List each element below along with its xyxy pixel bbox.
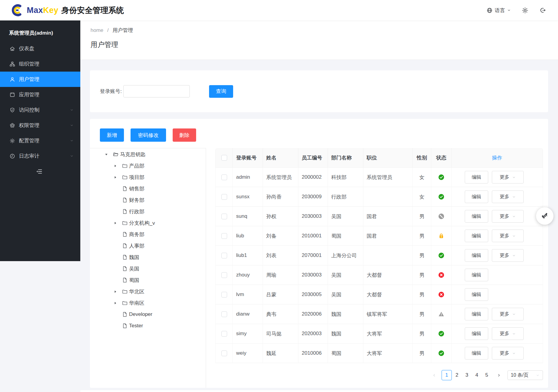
page-number-1[interactable]: 1 bbox=[442, 370, 452, 380]
breadcrumb-home[interactable]: home bbox=[91, 27, 103, 33]
file-icon bbox=[122, 243, 128, 249]
tree-node[interactable]: 蜀国 bbox=[90, 274, 206, 286]
tree-node[interactable]: 华南区 bbox=[90, 297, 206, 309]
row-checkbox[interactable] bbox=[221, 253, 227, 258]
breadcrumb-separator: / bbox=[107, 27, 109, 33]
cell-gender: 女 bbox=[413, 187, 431, 207]
page-number-5[interactable]: 5 bbox=[482, 370, 492, 380]
row-checkbox[interactable] bbox=[221, 350, 227, 356]
more-button[interactable]: 更多 bbox=[492, 171, 524, 184]
user-management-panel: 新增 密码修改 删除 马克思钥匙产品部项目部销售部财务部行政部分支机构_v商务部… bbox=[90, 119, 548, 388]
sidebar-item-label: 应用管理 bbox=[19, 91, 74, 98]
edit-button[interactable]: 编辑 bbox=[465, 327, 488, 340]
table-row: lvm吕蒙2030005吴国大都督男编辑 bbox=[215, 285, 543, 304]
add-user-button[interactable]: 新增 bbox=[100, 128, 124, 142]
tree-node[interactable]: 项目部 bbox=[90, 171, 206, 183]
sidebar-item-config[interactable]: 配置管理 bbox=[0, 133, 80, 148]
sidebar-item-app[interactable]: 应用管理 bbox=[0, 87, 80, 102]
caret-right-icon[interactable] bbox=[114, 164, 122, 168]
cell-position: 国君 bbox=[363, 226, 413, 246]
tree-node[interactable]: 马克思钥匙 bbox=[90, 149, 206, 160]
edit-button[interactable]: 编辑 bbox=[465, 347, 488, 360]
edit-button[interactable]: 编辑 bbox=[465, 190, 488, 203]
sidebar-item-shield[interactable]: 访问控制 bbox=[0, 102, 80, 118]
query-button[interactable]: 查询 bbox=[209, 85, 233, 98]
more-button[interactable]: 更多 bbox=[492, 308, 524, 320]
cell-department: 上海分公司 bbox=[328, 246, 363, 265]
tree-node[interactable]: 华北区 bbox=[90, 286, 206, 297]
edit-button[interactable]: 编辑 bbox=[465, 230, 488, 242]
caret-right-icon[interactable] bbox=[114, 290, 122, 293]
tree-node[interactable]: Tester bbox=[90, 320, 206, 332]
caret-right-icon[interactable] bbox=[114, 176, 122, 179]
page-number-4[interactable]: 4 bbox=[472, 370, 482, 380]
edit-button[interactable]: 编辑 bbox=[465, 308, 488, 320]
sidebar-item-audit[interactable]: 日志审计 bbox=[0, 148, 80, 164]
row-checkbox[interactable] bbox=[221, 233, 227, 239]
row-checkbox[interactable] bbox=[221, 311, 227, 317]
chevron-down-icon bbox=[536, 373, 540, 377]
brand-max: Max bbox=[27, 6, 43, 15]
row-checkbox[interactable] bbox=[221, 331, 227, 337]
row-checkbox[interactable] bbox=[221, 214, 227, 219]
sidebar-item-org[interactable]: 组织管理 bbox=[0, 56, 80, 72]
sidebar-item-dashboard[interactable]: 仪表盘 bbox=[0, 41, 80, 56]
tree-node[interactable]: 销售部 bbox=[90, 183, 206, 194]
more-button[interactable]: 更多 bbox=[492, 210, 524, 223]
more-button[interactable]: 更多 bbox=[492, 230, 524, 242]
page-number-3[interactable]: 3 bbox=[462, 370, 472, 380]
login-account-input[interactable] bbox=[123, 85, 190, 97]
prev-page-button[interactable] bbox=[429, 370, 439, 380]
cell-status bbox=[431, 226, 452, 246]
edit-button[interactable]: 编辑 bbox=[465, 249, 488, 262]
row-checkbox[interactable] bbox=[221, 292, 227, 298]
language-switcher[interactable]: 语言 bbox=[486, 7, 511, 14]
tree-node-label: 项目部 bbox=[129, 174, 144, 181]
more-button[interactable]: 更多 bbox=[492, 327, 524, 340]
more-button[interactable]: 更多 bbox=[492, 249, 524, 262]
tree-node[interactable]: Developer bbox=[90, 309, 206, 320]
row-checkbox[interactable] bbox=[221, 194, 227, 200]
edit-button[interactable]: 编辑 bbox=[465, 171, 488, 184]
sidebar-item-permission[interactable]: 权限管理 bbox=[0, 118, 80, 133]
more-button-label: 更多 bbox=[500, 331, 509, 337]
settings-gear-icon[interactable] bbox=[522, 7, 529, 14]
caret-down-icon[interactable] bbox=[105, 153, 113, 156]
logout-icon[interactable] bbox=[539, 7, 546, 14]
tree-node[interactable]: 吴国 bbox=[90, 263, 206, 274]
more-button[interactable]: 更多 bbox=[492, 347, 524, 360]
change-password-button[interactable]: 密码修改 bbox=[131, 128, 166, 142]
tree-node[interactable]: 产品部 bbox=[90, 160, 206, 171]
tree-node[interactable]: 财务部 bbox=[90, 194, 206, 206]
floating-wand-button[interactable] bbox=[536, 207, 553, 225]
folder-open-icon bbox=[113, 151, 119, 157]
tree-node[interactable]: 人事部 bbox=[90, 240, 206, 252]
caret-right-icon[interactable] bbox=[114, 301, 122, 305]
tree-node[interactable]: 分支机构_v bbox=[90, 217, 206, 229]
row-checkbox[interactable] bbox=[221, 272, 227, 278]
sidebar-item-user[interactable]: 用户管理 bbox=[0, 72, 80, 87]
row-select-cell bbox=[215, 207, 233, 226]
edit-button[interactable]: 编辑 bbox=[465, 269, 488, 281]
next-page-button[interactable] bbox=[494, 370, 504, 380]
tree-node[interactable]: 商务部 bbox=[90, 229, 206, 240]
caret-right-icon[interactable] bbox=[114, 221, 122, 225]
cell-department: 科技部 bbox=[328, 168, 363, 187]
more-button[interactable]: 更多 bbox=[492, 190, 524, 203]
delete-button[interactable]: 删除 bbox=[173, 128, 196, 142]
status-active-icon bbox=[438, 174, 445, 180]
page-number-2[interactable]: 2 bbox=[452, 370, 462, 380]
page-size-select[interactable]: 10 条/页 bbox=[507, 370, 543, 380]
more-button-label: 更多 bbox=[500, 213, 509, 220]
tree-node[interactable]: 魏国 bbox=[90, 252, 206, 263]
cell-position: 系统管理员 bbox=[363, 168, 413, 187]
row-checkbox[interactable] bbox=[221, 174, 227, 180]
edit-button[interactable]: 编辑 bbox=[465, 210, 488, 223]
current-user-label: 系统管理员(admin) bbox=[0, 20, 80, 41]
edit-button[interactable]: 编辑 bbox=[465, 288, 488, 301]
select-all-checkbox[interactable] bbox=[221, 155, 227, 161]
sidebar-collapse-button[interactable] bbox=[0, 164, 80, 179]
cell-position: 镇军将军 bbox=[363, 304, 413, 324]
cell-gender: 男 bbox=[413, 265, 431, 285]
tree-node[interactable]: 行政部 bbox=[90, 206, 206, 217]
